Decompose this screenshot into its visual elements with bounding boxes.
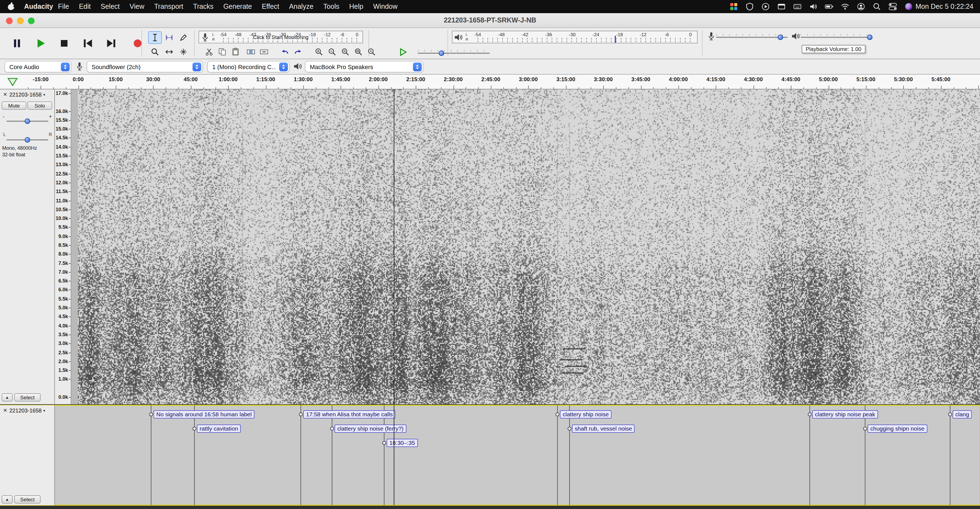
volume-icon[interactable]: [809, 2, 818, 11]
mute-button[interactable]: Mute: [2, 102, 26, 110]
pan-slider-thumb[interactable]: [25, 137, 30, 143]
track-select-button[interactable]: Select: [14, 495, 41, 504]
edit-zoom-selection-button[interactable]: [339, 46, 351, 57]
edit-zoom-in-button[interactable]: [313, 46, 325, 57]
track-collapse-button[interactable]: ▲: [2, 495, 13, 504]
control-center-icon[interactable]: [888, 2, 897, 11]
menu-help[interactable]: Help: [344, 3, 368, 10]
transport-pause-button[interactable]: [6, 33, 27, 54]
play-speed-thumb[interactable]: [439, 51, 444, 56]
label-boundary-line[interactable]: [384, 405, 385, 505]
tool-time-shift-button[interactable]: [162, 46, 176, 58]
edit-silence-button[interactable]: [258, 46, 270, 57]
label-text[interactable]: clang: [953, 410, 972, 418]
transport-play-button[interactable]: [30, 33, 51, 54]
menu-generate[interactable]: Generate: [218, 3, 257, 10]
label-boundary-line[interactable]: [557, 405, 558, 505]
tool-multi-tool-button[interactable]: [177, 46, 190, 58]
label-handle[interactable]: [808, 412, 811, 416]
transport-skip-start-button[interactable]: [77, 33, 98, 54]
track-select-button[interactable]: Select: [14, 393, 41, 401]
siri-icon[interactable]: [904, 2, 913, 11]
playback-volume-thumb[interactable]: [867, 35, 872, 40]
battery-icon[interactable]: [824, 2, 834, 11]
menu-window[interactable]: Window: [368, 3, 402, 10]
audio-host-dropdown[interactable]: Core Audio: [5, 61, 71, 72]
window-fullscreen-button[interactable]: [28, 17, 35, 24]
window-title-bar[interactable]: 221203-1658-PT-SRKW-J-NB: [0, 13, 980, 28]
label-handle[interactable]: [948, 412, 952, 416]
track-title[interactable]: 221203-1658 ▾: [10, 92, 45, 98]
edit-cut-button[interactable]: [203, 46, 215, 57]
label-text[interactable]: chugging shipn noise: [867, 425, 927, 433]
window-icon[interactable]: [777, 2, 786, 11]
edit-trim-button[interactable]: [245, 46, 257, 57]
menu-tools[interactable]: Tools: [318, 3, 344, 10]
window-minimize-button[interactable]: [17, 17, 24, 24]
track-title[interactable]: 221203-1658 ▾: [10, 407, 45, 414]
label-boundary-line[interactable]: [810, 405, 810, 505]
solo-button[interactable]: Solo: [27, 102, 52, 110]
label-boundary-line[interactable]: [194, 405, 195, 505]
tool-draw-button[interactable]: [177, 31, 190, 44]
frequency-ruler[interactable]: 17.0k16.0k15.5k15.0k14.5k14.0k13.5k13.0k…: [55, 89, 71, 404]
play-at-speed-button[interactable]: [397, 46, 409, 57]
menu-select[interactable]: Select: [96, 3, 125, 10]
edit-paste-button[interactable]: [229, 46, 241, 57]
label-text[interactable]: shaft rub, vessel noise: [572, 425, 635, 433]
app-colors-icon[interactable]: [729, 2, 738, 11]
menu-clock[interactable]: Mon Dec 5 0:22:24: [916, 3, 974, 10]
spectrogram-canvas[interactable]: [78, 89, 980, 404]
menu-file[interactable]: File: [53, 3, 74, 10]
wifi-icon[interactable]: [840, 2, 850, 11]
track-collapse-button[interactable]: ▲: [2, 393, 13, 401]
menu-view[interactable]: View: [125, 3, 150, 10]
label-boundary-line[interactable]: [151, 405, 151, 505]
gain-slider-thumb[interactable]: [25, 118, 30, 124]
menu-analyze[interactable]: Analyze: [284, 3, 318, 10]
recording-device-dropdown[interactable]: Soundflower (2ch): [87, 61, 203, 72]
pinned-playhead-button[interactable]: [7, 77, 18, 88]
tool-envelope-button[interactable]: [162, 31, 176, 44]
playback-device-dropdown[interactable]: MacBook Pro Speakers: [305, 61, 423, 72]
edit-undo-button[interactable]: [278, 46, 291, 57]
label-text[interactable]: 18:30–:35: [387, 439, 418, 447]
label-handle[interactable]: [382, 441, 386, 445]
label-text[interactable]: clattery ship noise: [560, 410, 611, 418]
edit-zoom-toggle-button[interactable]: [365, 46, 377, 57]
transport-record-button[interactable]: [127, 33, 148, 54]
menu-tracks[interactable]: Tracks: [188, 3, 218, 10]
transport-stop-button[interactable]: [54, 33, 75, 54]
playback-meter[interactable]: LR-54-48-42-36-30-24-18-12-60: [452, 31, 698, 43]
label-handle[interactable]: [192, 427, 196, 431]
label-handle[interactable]: [299, 412, 303, 416]
play-speed-slider[interactable]: [418, 52, 490, 54]
user-circle-icon[interactable]: [856, 2, 865, 11]
label-track-area[interactable]: No signals around 16:58 human label17:58…: [55, 405, 980, 505]
menu-edit[interactable]: Edit: [74, 3, 96, 10]
label-boundary-line[interactable]: [950, 405, 950, 505]
label-boundary-line[interactable]: [569, 405, 570, 505]
label-text[interactable]: No signals around 16:58 human label: [154, 410, 255, 418]
edit-copy-button[interactable]: [216, 46, 228, 57]
apple-menu-icon[interactable]: [6, 2, 16, 11]
playback-volume-slider[interactable]: [801, 37, 871, 38]
window-close-button[interactable]: [6, 17, 13, 24]
recording-meter[interactable]: Click to Start Monitoring LR-54-48-42-36…: [199, 31, 363, 43]
menu-effect[interactable]: Effect: [257, 3, 284, 10]
tool-zoom-button[interactable]: [148, 46, 162, 58]
recording-volume-slider[interactable]: [716, 37, 788, 38]
label-boundary-line[interactable]: [865, 405, 865, 505]
label-handle[interactable]: [863, 427, 867, 431]
edit-zoom-fit-button[interactable]: [352, 46, 364, 57]
label-handle[interactable]: [555, 412, 559, 416]
menu-transport[interactable]: Transport: [149, 3, 188, 10]
label-handle[interactable]: [149, 412, 153, 416]
transport-skip-end-button[interactable]: [101, 33, 122, 54]
label-boundary-line[interactable]: [301, 405, 301, 505]
shield-icon[interactable]: [745, 2, 754, 11]
edit-zoom-out-button[interactable]: [326, 46, 338, 57]
label-handle[interactable]: [568, 427, 571, 431]
search-icon[interactable]: [872, 2, 881, 11]
timeline-ruler[interactable]: -15:000:0015:0030:0045:001:00:001:15:001…: [0, 75, 980, 89]
